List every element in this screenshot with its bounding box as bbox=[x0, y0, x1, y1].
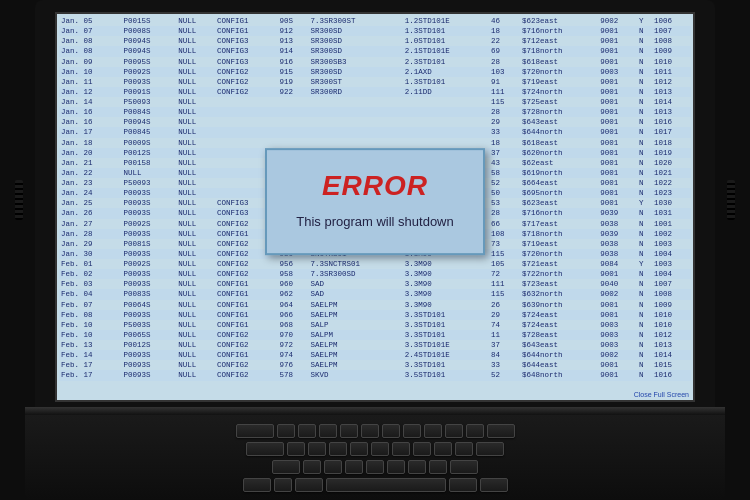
table-cell: 22 bbox=[489, 36, 520, 46]
table-cell: $716north bbox=[520, 208, 598, 218]
key-p[interactable] bbox=[466, 424, 484, 438]
table-cell: 7.3SNCTRS01 bbox=[308, 259, 402, 269]
table-cell: P0008S bbox=[122, 26, 177, 36]
table-cell: P0009S bbox=[122, 138, 177, 148]
close-fullscreen-link[interactable]: Close Full Screen bbox=[634, 391, 689, 398]
table-cell: NULL bbox=[176, 259, 215, 269]
key-f[interactable] bbox=[350, 442, 368, 456]
key-c[interactable] bbox=[345, 460, 363, 474]
key-v[interactable] bbox=[366, 460, 384, 474]
table-cell: 9001 bbox=[598, 300, 637, 310]
key-enter[interactable] bbox=[476, 442, 504, 456]
table-cell: $644north bbox=[520, 127, 598, 137]
key-k[interactable] bbox=[434, 442, 452, 456]
table-cell: 29 bbox=[489, 310, 520, 320]
key-r[interactable] bbox=[340, 424, 358, 438]
key-w[interactable] bbox=[298, 424, 316, 438]
table-row: Jan. 16P0094SNULL29$643east9001N1016 bbox=[59, 117, 691, 127]
key-backspace[interactable] bbox=[487, 424, 515, 438]
key-z[interactable] bbox=[303, 460, 321, 474]
table-cell: $643east bbox=[520, 340, 598, 350]
table-cell bbox=[308, 138, 402, 148]
table-cell: 1012 bbox=[652, 77, 691, 87]
table-cell: N bbox=[637, 340, 652, 350]
key-u[interactable] bbox=[403, 424, 421, 438]
table-row: Jan. 08P0094SNULLCONFIG3914SR300SD2.1STD… bbox=[59, 46, 691, 56]
table-cell: $644north bbox=[520, 350, 598, 360]
key-i[interactable] bbox=[424, 424, 442, 438]
table-cell bbox=[308, 117, 402, 127]
table-cell: CONFIG1 bbox=[215, 26, 278, 36]
table-cell: 1014 bbox=[652, 97, 691, 107]
table-cell: 1015 bbox=[652, 360, 691, 370]
table-cell: N bbox=[637, 249, 652, 259]
key-shift-left[interactable] bbox=[272, 460, 300, 474]
key-g[interactable] bbox=[371, 442, 389, 456]
table-cell: 962 bbox=[278, 289, 309, 299]
key-alt[interactable] bbox=[295, 478, 323, 492]
table-cell: 1004 bbox=[652, 269, 691, 279]
table-cell: 1002 bbox=[652, 229, 691, 239]
table-cell bbox=[403, 107, 489, 117]
key-ctrl-right[interactable] bbox=[480, 478, 508, 492]
key-l[interactable] bbox=[455, 442, 473, 456]
key-o[interactable] bbox=[445, 424, 463, 438]
key-alt-right[interactable] bbox=[449, 478, 477, 492]
table-cell: SR300ST bbox=[308, 77, 402, 87]
table-cell: NULL bbox=[176, 289, 215, 299]
table-cell: NULL bbox=[176, 107, 215, 117]
key-y[interactable] bbox=[382, 424, 400, 438]
table-cell: NULL bbox=[176, 127, 215, 137]
key-d[interactable] bbox=[329, 442, 347, 456]
table-cell: Jan. 28 bbox=[59, 229, 122, 239]
key-a[interactable] bbox=[287, 442, 305, 456]
key-q[interactable] bbox=[277, 424, 295, 438]
table-cell: 105 bbox=[489, 259, 520, 269]
key-shift-right[interactable] bbox=[450, 460, 478, 474]
table-cell: N bbox=[637, 158, 652, 168]
table-cell: $643east bbox=[520, 117, 598, 127]
table-cell: Jan. 14 bbox=[59, 97, 122, 107]
table-row: Feb. 03P0093SNULLCONFIG1960SAD3.3M90111$… bbox=[59, 279, 691, 289]
key-s[interactable] bbox=[308, 442, 326, 456]
key-e[interactable] bbox=[319, 424, 337, 438]
key-fn[interactable] bbox=[274, 478, 292, 492]
vent-right bbox=[727, 180, 735, 220]
key-t[interactable] bbox=[361, 424, 379, 438]
table-cell: 922 bbox=[278, 87, 309, 97]
key-b[interactable] bbox=[387, 460, 405, 474]
table-cell: N bbox=[637, 330, 652, 340]
key-tab[interactable] bbox=[236, 424, 274, 438]
key-x[interactable] bbox=[324, 460, 342, 474]
table-cell: N bbox=[637, 350, 652, 360]
table-cell: 9038 bbox=[598, 219, 637, 229]
table-cell: P0095S bbox=[122, 57, 177, 67]
table-cell: N bbox=[637, 239, 652, 249]
key-n[interactable] bbox=[408, 460, 426, 474]
laptop-screen: Jan. 05P0015SNULLCONFIG190S7.3SR300ST1.2… bbox=[55, 12, 695, 402]
key-caps[interactable] bbox=[246, 442, 284, 456]
table-cell: 2.1AXD bbox=[403, 67, 489, 77]
table-cell: NULL bbox=[176, 46, 215, 56]
key-space[interactable] bbox=[326, 478, 446, 492]
table-cell: NULL bbox=[176, 168, 215, 178]
table-cell: Jan. 21 bbox=[59, 158, 122, 168]
table-cell: 956 bbox=[278, 259, 309, 269]
table-cell: 3.3M90 bbox=[403, 259, 489, 269]
table-cell: 2.1STD101E bbox=[403, 46, 489, 56]
table-cell: SR300SD bbox=[308, 67, 402, 77]
key-m[interactable] bbox=[429, 460, 447, 474]
key-h[interactable] bbox=[392, 442, 410, 456]
table-cell: CONFIG1 bbox=[215, 16, 278, 26]
table-cell: 9001 bbox=[598, 360, 637, 370]
table-cell: $723east bbox=[520, 279, 598, 289]
table-cell: 1016 bbox=[652, 117, 691, 127]
table-cell: 46 bbox=[489, 16, 520, 26]
table-cell: 72 bbox=[489, 269, 520, 279]
table-cell: Feb. 02 bbox=[59, 269, 122, 279]
key-j[interactable] bbox=[413, 442, 431, 456]
key-ctrl[interactable] bbox=[243, 478, 271, 492]
table-cell: 9084 bbox=[598, 259, 637, 269]
table-cell: Jan. 23 bbox=[59, 178, 122, 188]
table-cell: CONFIG2 bbox=[215, 87, 278, 97]
